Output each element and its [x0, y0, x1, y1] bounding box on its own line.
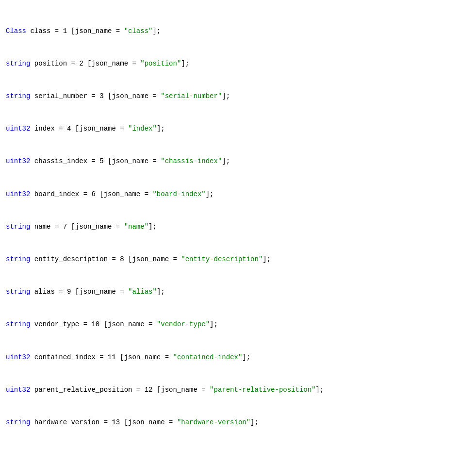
keyword-uint32: uint32: [6, 190, 30, 198]
json-string: "serial-number": [161, 92, 222, 100]
json-string: "position": [140, 60, 181, 67]
json-string: "chassis-index": [161, 157, 222, 165]
keyword-string: string: [6, 60, 30, 67]
keyword-string: string: [6, 223, 30, 231]
json-string: "hardware-version": [177, 418, 250, 426]
keyword-string: string: [6, 92, 30, 100]
keyword-uint32: uint32: [6, 386, 30, 394]
line-1: Class class = 1 [json_name = "class"];: [6, 26, 470, 36]
line-4: uint32 index = 4 [json_name = "index"];: [6, 123, 470, 134]
line-12: uint32 parent_relative_position = 12 [js…: [6, 384, 470, 395]
keyword-string: string: [6, 255, 30, 263]
line-8: string entity_description = 8 [json_name…: [6, 254, 470, 265]
line-7: string name = 7 [json_name = "name"];: [6, 221, 470, 232]
json-string: "class": [124, 27, 153, 35]
json-string: "index": [128, 125, 157, 133]
keyword-uint32: uint32: [6, 353, 30, 361]
code-viewer: Class class = 1 [json_name = "class"]; s…: [0, 0, 476, 450]
line-6: uint32 board_index = 6 [json_name = "boa…: [6, 189, 470, 200]
line-13: string hardware_version = 13 [json_name …: [6, 417, 470, 428]
json-string: "contained-index": [173, 353, 242, 361]
json-string: "board-index": [152, 190, 205, 198]
keyword-uint32: uint32: [6, 125, 30, 133]
line-9: string alias = 9 [json_name = "alias"];: [6, 286, 470, 297]
json-string: "parent-relative-position": [210, 386, 315, 394]
keyword-class: Class: [6, 27, 26, 35]
line-2: string position = 2 [json_name = "positi…: [6, 58, 470, 69]
keyword-uint32: uint32: [6, 157, 30, 165]
keyword-string: string: [6, 288, 30, 296]
line-11: uint32 contained_index = 11 [json_name =…: [6, 352, 470, 363]
json-string: "entity-description": [181, 255, 263, 263]
line-10: string vendor_type = 10 [json_name = "ve…: [6, 319, 470, 330]
json-string: "alias": [128, 288, 157, 296]
keyword-string: string: [6, 418, 30, 426]
line-5: uint32 chassis_index = 5 [json_name = "c…: [6, 156, 470, 167]
line-3: string serial_number = 3 [json_name = "s…: [6, 91, 470, 101]
json-string: "vendor-type": [157, 320, 210, 328]
keyword-string: string: [6, 320, 30, 328]
json-string: "name": [124, 223, 148, 231]
